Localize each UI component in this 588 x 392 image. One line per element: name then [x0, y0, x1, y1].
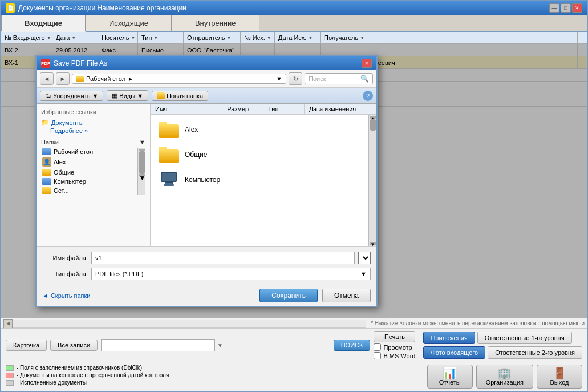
- tab-internal[interactable]: Внутренние: [172, 15, 259, 31]
- scroll-down[interactable]: ▼: [370, 242, 376, 245]
- folders-scrollbar[interactable]: ▲ ▼: [137, 148, 145, 195]
- docs-link[interactable]: 📁 Документы: [41, 118, 145, 127]
- location-bar[interactable]: Рабочий стол ► ▼: [72, 74, 286, 84]
- folder-computer[interactable]: Компьютер: [41, 177, 137, 185]
- search-input[interactable]: [101, 339, 215, 351]
- file-list-scrollbar[interactable]: ▲ ▼: [368, 115, 376, 246]
- organize-arrow: ▼: [92, 92, 98, 99]
- folder-large-icon: [159, 147, 179, 163]
- col-header-recipient[interactable]: Получатель ▼: [321, 32, 578, 43]
- organization-button[interactable]: 🏢 Организация: [476, 365, 533, 389]
- back-button[interactable]: ◄: [40, 72, 54, 85]
- file-item-alex[interactable]: Alex: [155, 119, 364, 140]
- file-item-shared[interactable]: Общие: [155, 144, 364, 165]
- scroll-down-arrow[interactable]: ▼: [139, 174, 145, 176]
- new-folder-button[interactable]: Новая папка: [152, 91, 208, 101]
- search-button[interactable]: ПОИСК: [334, 340, 371, 351]
- dialog-close-button[interactable]: ✕: [362, 59, 372, 68]
- col-header-sender[interactable]: Отправитель ▼: [184, 32, 241, 43]
- col-header-outnum[interactable]: № Исх. ▼: [241, 32, 275, 43]
- legend-item-2: - Исполненные документы: [6, 379, 418, 386]
- org-label: Организация: [486, 379, 524, 386]
- legend-text-2: - Исполненные документы: [17, 379, 87, 386]
- refresh-button[interactable]: ↻: [289, 72, 302, 85]
- organize-button[interactable]: 🗂 Упорядочить ▼: [40, 91, 103, 101]
- hide-folders-button[interactable]: ◄ Скрыть папки: [42, 292, 90, 299]
- resp1-button[interactable]: Ответственные 1-го уровня: [477, 332, 572, 344]
- search-icon: 🔍: [360, 75, 369, 83]
- cancel-button[interactable]: Отмена: [322, 289, 371, 302]
- legend-item-0: - Поля с заполнением из справочников (Db…: [6, 365, 418, 371]
- all-records-button[interactable]: Все записи: [50, 340, 98, 351]
- sort-arrow-outnum: ▼: [267, 35, 271, 41]
- card-button[interactable]: Карточка: [6, 340, 47, 351]
- sort-arrow-type: ▼: [153, 35, 158, 41]
- file-item-computer[interactable]: Компьютер: [155, 169, 364, 190]
- close-button[interactable]: ✕: [572, 3, 582, 13]
- folder-desktop[interactable]: Рабочий стол: [41, 148, 137, 156]
- filename-input[interactable]: [91, 252, 355, 264]
- print-button[interactable]: Печать: [374, 331, 415, 342]
- col-header-num[interactable]: № Входящего ▼: [1, 32, 52, 43]
- save-button[interactable]: Сохранить: [259, 289, 318, 302]
- folder-icon: [42, 178, 51, 185]
- col-modified[interactable]: Дата изменения: [305, 104, 376, 114]
- col-header-date[interactable]: Дата ▼: [52, 32, 98, 43]
- content-area: ВХ-2 29.05.2012 Факс Письмо ООО "Ласточк…: [1, 44, 587, 318]
- word-checkbox[interactable]: [374, 352, 381, 359]
- minimize-button[interactable]: —: [549, 3, 559, 13]
- dialog-footer: ◄ Скрыть папки Сохранить Отмена: [37, 285, 376, 306]
- col-header-media[interactable]: Носитель ▼: [98, 32, 138, 43]
- more-link[interactable]: Подробнее »: [41, 127, 145, 134]
- search-box[interactable]: Поиск 🔍: [305, 73, 373, 84]
- hide-folders-arrow: ◄: [42, 292, 48, 299]
- pdf-icon: PDF: [41, 59, 50, 68]
- folder-icon: [42, 187, 51, 194]
- scroll-thumb[interactable]: [370, 119, 376, 131]
- folders-expand-icon[interactable]: ▼: [139, 139, 145, 146]
- forward-button[interactable]: ►: [56, 72, 70, 85]
- main-window: 📄 Документы организации Наименование орг…: [0, 0, 588, 392]
- scroll-left-arrow[interactable]: ◄: [3, 319, 13, 328]
- file-name-computer: Компьютер: [185, 176, 220, 184]
- tab-incoming[interactable]: Входящие: [1, 15, 86, 32]
- maximize-button[interactable]: □: [561, 3, 571, 13]
- exit-button[interactable]: 🚪 Выход: [537, 365, 582, 389]
- folders-section: Папки ▼ Рабочий стол: [41, 139, 145, 195]
- user-folder-icon: 👤: [42, 157, 51, 167]
- folder-icon: [42, 169, 51, 176]
- horizontal-scrollbar[interactable]: [13, 320, 366, 328]
- col-header-type[interactable]: Тип ▼: [138, 32, 184, 43]
- reports-button[interactable]: 📊 Отчеты: [427, 365, 473, 389]
- filename-dropdown[interactable]: v1: [358, 252, 371, 264]
- dialog-title-bar: PDF Save PDF File As ✕: [37, 56, 376, 70]
- print-options: Печать Просмотр В MS Word: [374, 331, 415, 359]
- folder-icon: [42, 148, 51, 155]
- location-text: Рабочий стол: [86, 75, 125, 82]
- title-bar: 📄 Документы организации Наименование орг…: [1, 1, 587, 15]
- folder-alex[interactable]: 👤 Alex: [41, 157, 137, 167]
- col-size[interactable]: Размер: [222, 104, 263, 114]
- col-name[interactable]: Имя: [151, 104, 222, 114]
- statusbar: ◄ * Нажатие Колонки можно менять перетас…: [1, 318, 587, 328]
- legend-color-green: [6, 365, 14, 371]
- folder-shared[interactable]: Общие: [41, 168, 137, 176]
- photo-button[interactable]: Фото входящего: [423, 346, 485, 359]
- scrollbar-thumb[interactable]: [139, 151, 145, 174]
- save-dialog: PDF Save PDF File As ✕ ◄ ► Рабочий стол …: [35, 55, 378, 307]
- tab-outgoing[interactable]: Исходящие: [86, 15, 172, 31]
- preview-checkbox[interactable]: [374, 343, 381, 351]
- col-header-outdate[interactable]: Дата Исх. ▼: [275, 32, 321, 43]
- help-button[interactable]: ?: [363, 91, 373, 101]
- folder-body: [159, 149, 179, 163]
- views-button[interactable]: ▦ Виды ▼: [107, 90, 148, 101]
- sort-arrow-num: ▼: [47, 35, 51, 41]
- legend-bar: - Поля с заполнением из справочников (Db…: [1, 362, 423, 391]
- folder-icon: [157, 92, 165, 99]
- col-type[interactable]: Тип: [263, 104, 305, 114]
- org-icon: 🏢: [497, 367, 512, 379]
- filetype-dropdown[interactable]: PDF files (*.PDF) ▼: [91, 268, 371, 280]
- folder-network[interactable]: Сет...: [41, 187, 137, 195]
- resp2-button[interactable]: Ответственные 2-го уровня: [488, 346, 582, 359]
- apps-button[interactable]: Приложения: [423, 332, 475, 344]
